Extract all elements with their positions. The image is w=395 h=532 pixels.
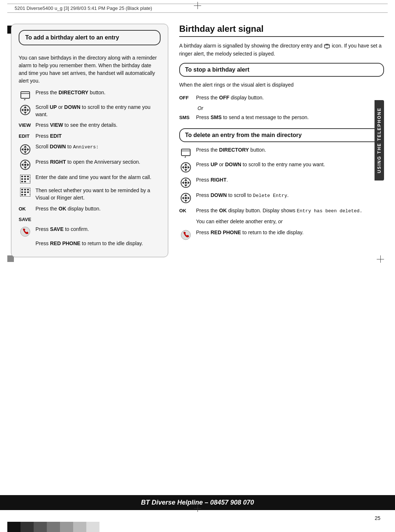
step-edit-text: Press EDIT (35, 133, 161, 140)
svg-point-14 (24, 148, 26, 151)
svg-point-61 (185, 166, 187, 168)
svg-rect-35 (24, 189, 26, 190)
svg-rect-39 (27, 191, 29, 193)
view-label: VIEW (19, 122, 32, 128)
right-column: Birthday alert signal A birthday alarm i… (179, 24, 384, 257)
svg-marker-5 (24, 112, 27, 114)
scroll-icon-1 (19, 104, 32, 115)
del-scroll-icon-1 (179, 162, 192, 173)
del-ok-label: OK (179, 208, 192, 213)
svg-point-73 (185, 197, 187, 199)
svg-rect-38 (24, 191, 26, 193)
del-scroll-icon-3 (179, 193, 192, 204)
step-scroll-updown-text: Scroll UP or DOWN to scroll to the entry… (35, 104, 161, 118)
side-tab: USING THE TELEPHONE (375, 100, 384, 180)
svg-rect-27 (27, 178, 29, 180)
svg-rect-48 (326, 44, 328, 45)
scroll-icon-3 (19, 159, 32, 170)
step-select-alert-text: Then select whether you want to be remin… (35, 187, 161, 201)
del-step-directory-text: Press the DIRECTORY button. (196, 147, 384, 154)
svg-rect-25 (21, 178, 23, 180)
svg-marker-55 (184, 156, 186, 157)
page-number: 25 (375, 515, 380, 521)
svg-marker-18 (21, 163, 23, 166)
step-scroll-annivers: Scroll DOWN to Annivers: (19, 143, 161, 155)
step-off-text: Press the OFF display button. (196, 94, 384, 102)
svg-marker-7 (27, 109, 29, 111)
step-select-alert-type: Then select whether you want to be remin… (19, 187, 161, 201)
ok-label: OK (19, 206, 32, 212)
bell-icon (324, 43, 330, 49)
del-scroll-icon-2 (179, 177, 192, 188)
birthday-alert-intro: A birthday alarm is signalled by showing… (179, 42, 384, 58)
del-step-down-delete: Press DOWN to scroll to Delete Entry. (179, 192, 384, 204)
svg-rect-34 (21, 189, 23, 190)
svg-marker-65 (182, 181, 184, 184)
del-step-scroll-text: Press UP or DOWN to scroll to the entry … (196, 161, 384, 168)
del-step-right: Press RIGHT. (179, 176, 384, 188)
svg-marker-63 (184, 179, 187, 181)
svg-rect-53 (181, 149, 190, 156)
svg-marker-72 (188, 197, 190, 200)
svg-marker-71 (182, 197, 184, 200)
svg-marker-2 (24, 99, 25, 100)
svg-marker-69 (184, 194, 187, 196)
del-directory-icon (179, 147, 192, 157)
sms-label: SMS (179, 115, 192, 120)
crosshair-right (377, 255, 384, 263)
step-directory-text: Press the DIRECTORY button. (35, 89, 161, 96)
svg-marker-4 (24, 106, 27, 108)
color-block-7 (86, 522, 99, 532)
svg-marker-66 (188, 181, 190, 184)
step-sms: SMS Press SMS to send a text message to … (179, 114, 384, 121)
svg-rect-40 (21, 194, 23, 195)
svg-rect-37 (21, 191, 23, 193)
step-directory: Press the DIRECTORY button. (19, 89, 161, 100)
step-sms-text: Press SMS to send a text message to the … (196, 114, 384, 121)
del-step-right-text: Press RIGHT. (196, 176, 384, 184)
svg-point-8 (24, 109, 26, 111)
add-birthday-steps: Press the DIRECTORY button. (19, 89, 161, 247)
color-block-2 (20, 522, 34, 532)
svg-marker-13 (27, 148, 29, 151)
delete-steps: Press the DIRECTORY button. Press UP or … (179, 147, 384, 240)
svg-rect-41 (24, 194, 26, 195)
del-step-down-delete-text: Press DOWN to scroll to Delete Entry. (196, 192, 384, 199)
step-view: VIEW Press VIEW to see the entry details… (19, 122, 161, 129)
svg-marker-57 (184, 163, 187, 166)
svg-marker-59 (182, 166, 184, 169)
svg-marker-12 (21, 148, 23, 151)
color-block-5 (60, 522, 73, 532)
step-edit: EDIT Press EDIT (19, 133, 161, 140)
step-view-text: Press VIEW to see the entry details. (35, 122, 161, 129)
step-right-anniversary-text: Press RIGHT to open the Anniversary sect… (35, 159, 161, 166)
svg-marker-60 (188, 166, 190, 169)
step-enter-date-text: Enter the date and time you want for the… (35, 174, 161, 181)
del-step-ok: OK Press the OK display button. Display … (179, 207, 384, 214)
crosshair-bottom (194, 505, 201, 512)
svg-marker-11 (24, 151, 27, 153)
keypad-icon-1 (19, 175, 32, 183)
step-save-confirm: Press SAVE to confirm. Press RED PHONE t… (19, 226, 161, 247)
step-ok: OK Press the OK display button. (19, 205, 161, 213)
svg-marker-19 (27, 163, 29, 166)
scroll-icon-2 (19, 144, 32, 155)
header-text: 5201 Diverse5400 u_g [3] 29/8/03 5:41 PM… (15, 5, 152, 11)
keypad-icon-2 (19, 188, 32, 197)
svg-marker-6 (21, 109, 23, 111)
crosshair-top (194, 2, 201, 9)
step-ok-text: Press the OK display button. (35, 205, 161, 213)
color-block-1 (7, 522, 20, 532)
svg-point-67 (185, 182, 187, 184)
delete-section-title: To delete an entry from the main directo… (185, 132, 378, 138)
left-column: To add a birthday alert to an entry You … (11, 24, 168, 257)
step-scroll-updown: Scroll UP or DOWN to scroll to the entry… (19, 104, 161, 118)
svg-point-20 (24, 164, 26, 166)
del-phone-red-icon (179, 230, 192, 240)
svg-rect-26 (24, 178, 26, 180)
directory-icon (19, 90, 32, 100)
svg-marker-17 (24, 167, 27, 169)
svg-marker-58 (184, 169, 187, 171)
step-off: OFF Press the OFF display button. (179, 94, 384, 102)
or-text-1: Or (198, 105, 384, 111)
